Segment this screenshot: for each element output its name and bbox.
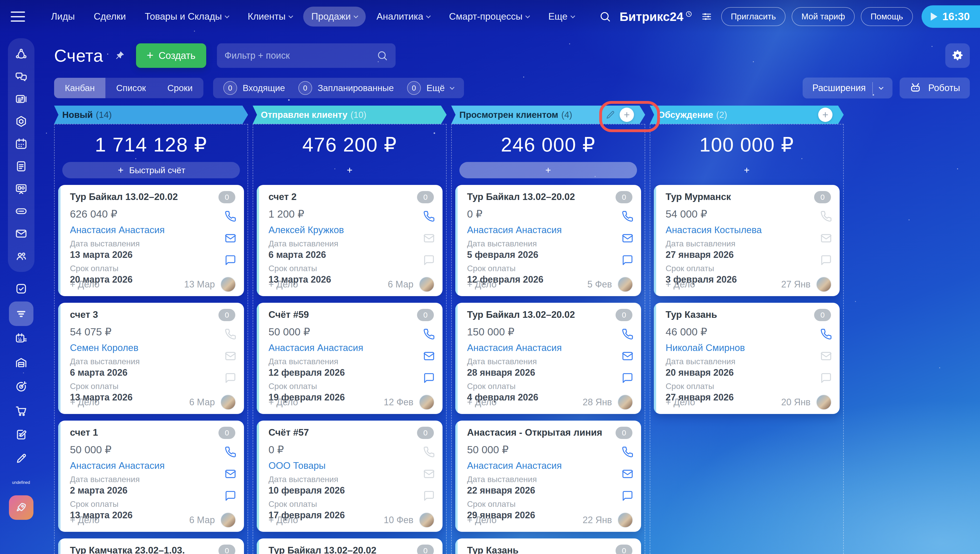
settings-gear-button[interactable]	[945, 43, 970, 68]
sidebar-item-sign[interactable]	[8, 423, 35, 446]
hamburger-menu-icon[interactable]	[11, 11, 25, 22]
counter-Ещё[interactable]: 0Ещё	[407, 81, 454, 95]
mail-icon[interactable]	[225, 350, 236, 362]
add-activity-link[interactable]: + Дело	[70, 279, 100, 290]
column-header-Новый[interactable]: Новый(14)	[54, 106, 248, 124]
chat-icon[interactable]	[225, 372, 236, 384]
add-stage-button[interactable]	[620, 108, 634, 122]
kanban-card[interactable]: счет 1050 000 ₽Анастасия АнастасияДата в…	[58, 420, 244, 532]
sidebar-item-shop[interactable]	[8, 400, 35, 422]
chat-icon[interactable]	[423, 490, 435, 502]
tab-Канбан[interactable]: Канбан	[54, 78, 105, 98]
add-card-button[interactable]	[459, 162, 637, 178]
phone-icon[interactable]	[622, 328, 633, 340]
card-client-link[interactable]: ООО Товары	[268, 460, 326, 471]
add-card-button[interactable]	[261, 162, 438, 178]
chat-icon[interactable]	[820, 372, 832, 384]
sidebar-item-planner[interactable]	[8, 328, 35, 350]
search-icon[interactable]	[599, 11, 611, 22]
tab-Сроки[interactable]: Сроки	[157, 78, 203, 98]
topbar-button-Помощь[interactable]: Помощь	[861, 7, 913, 26]
sidebar-item-news-feed[interactable]	[8, 88, 35, 110]
sidebar-item-crm[interactable]	[9, 301, 33, 326]
mail-icon[interactable]	[820, 232, 832, 244]
counter-Входящие[interactable]: 0Входящие	[223, 81, 285, 95]
chat-icon[interactable]	[423, 254, 435, 266]
mail-icon[interactable]	[225, 468, 236, 480]
pin-icon[interactable]	[114, 50, 125, 61]
add-stage-button[interactable]	[818, 108, 832, 122]
card-client-link[interactable]: Анастасия Анастасия	[467, 225, 562, 236]
mail-icon[interactable]	[622, 468, 633, 480]
sidebar-item-pen[interactable]	[8, 447, 35, 470]
time-tracker-widget[interactable]: 16:30	[921, 5, 980, 28]
kanban-card-partial[interactable]: Тур Байкал 13.02–20.020	[257, 538, 443, 554]
sidebar-item-rocket[interactable]	[9, 495, 33, 520]
chat-icon[interactable]	[820, 254, 832, 266]
phone-icon[interactable]	[225, 210, 236, 222]
kanban-card[interactable]: Анастасия - Открытая линия050 000 ₽Анаст…	[455, 420, 641, 532]
sidebar-item-market[interactable]	[8, 110, 35, 133]
quick-invoice-button[interactable]: Быстрый счёт	[62, 162, 240, 178]
chat-icon[interactable]	[225, 254, 236, 266]
phone-icon[interactable]	[225, 328, 236, 340]
phone-icon[interactable]	[622, 210, 633, 222]
add-activity-link[interactable]: + Дело	[467, 279, 497, 290]
card-client-link[interactable]: Анастасия Анастасия	[70, 225, 165, 236]
mail-icon[interactable]	[225, 232, 236, 244]
add-activity-link[interactable]: + Дело	[666, 397, 695, 408]
add-activity-link[interactable]: + Дело	[666, 279, 695, 290]
sidebar-item-tasks[interactable]	[8, 277, 35, 300]
add-activity-link[interactable]: + Дело	[467, 397, 497, 408]
add-activity-link[interactable]: + Дело	[467, 515, 497, 525]
chat-icon[interactable]	[423, 372, 435, 384]
nav-item-Продажи[interactable]: Продажи	[303, 6, 366, 27]
sidebar-item-messenger[interactable]	[8, 65, 35, 88]
kanban-card[interactable]: Тур Мурманск054 000 ₽Анастасия Костылева…	[654, 185, 840, 296]
filter-search-box[interactable]	[217, 43, 395, 68]
sliders-icon[interactable]	[701, 11, 712, 22]
card-client-link[interactable]: Анастасия Анастасия	[467, 342, 562, 353]
card-client-link[interactable]: Анастасия Анастасия	[268, 342, 363, 353]
sidebar-item-documents[interactable]	[8, 155, 35, 178]
sidebar-item-marketing[interactable]	[8, 376, 35, 398]
kanban-card[interactable]: Тур Байкал 13.02–20.0200 ₽Анастасия Анас…	[455, 185, 641, 296]
kanban-card[interactable]: Тур Казань046 000 ₽Николай СмирновДата в…	[654, 303, 840, 414]
phone-icon[interactable]	[622, 446, 633, 458]
card-client-link[interactable]: Николай Смирнов	[666, 342, 745, 353]
topbar-button-Мой тариф[interactable]: Мой тариф	[792, 7, 855, 26]
add-activity-link[interactable]: + Дело	[268, 397, 298, 408]
mail-icon[interactable]	[820, 350, 832, 362]
phone-icon[interactable]	[423, 328, 435, 340]
add-activity-link[interactable]: + Дело	[268, 515, 298, 525]
nav-item-Смарт-процессы[interactable]: Смарт-процессы	[441, 6, 537, 27]
extensions-button[interactable]: Расширения	[803, 78, 892, 99]
sidebar-item-mail[interactable]	[8, 223, 35, 245]
kanban-card[interactable]: Счёт #5700 ₽ООО ТоварыДата выставления10…	[257, 420, 443, 532]
nav-item-Товары и Склады[interactable]: Товары и Склады	[137, 6, 237, 27]
bitrix24-logo[interactable]: Битрикс24	[620, 10, 692, 24]
counter-Запланированные[interactable]: 0Запланированные	[298, 81, 394, 95]
chat-icon[interactable]	[225, 490, 236, 502]
chat-icon[interactable]	[622, 372, 633, 384]
mail-icon[interactable]	[423, 232, 435, 244]
column-header-Отправлен клиенту[interactable]: Отправлен клиенту(10)	[253, 106, 447, 124]
add-activity-link[interactable]: + Дело	[70, 397, 100, 408]
sidebar-item-people[interactable]	[8, 245, 35, 267]
card-client-link[interactable]: Анастасия Костылева	[666, 225, 762, 236]
phone-icon[interactable]	[225, 446, 236, 458]
sidebar-item-calendar[interactable]	[8, 133, 35, 155]
phone-icon[interactable]	[423, 446, 435, 458]
kanban-card-partial[interactable]: Тур Камчатка 23.02–1.03.0	[58, 538, 244, 554]
kanban-card[interactable]: Тур Байкал 13.02–20.020626 040 ₽Анастаси…	[58, 185, 244, 296]
phone-icon[interactable]	[820, 328, 832, 340]
card-client-link[interactable]: Анастасия Анастасия	[467, 460, 562, 471]
phone-icon[interactable]	[820, 210, 832, 222]
sidebar-item-drive[interactable]	[8, 200, 35, 223]
edit-stage-icon[interactable]	[606, 110, 615, 119]
chat-icon[interactable]	[622, 254, 633, 266]
nav-item-Аналитика[interactable]: Аналитика	[368, 6, 438, 27]
add-card-button[interactable]	[658, 162, 835, 178]
column-header-Обсуждение[interactable]: Обсуждение(2)	[650, 106, 844, 124]
filter-search-input[interactable]	[225, 50, 377, 61]
